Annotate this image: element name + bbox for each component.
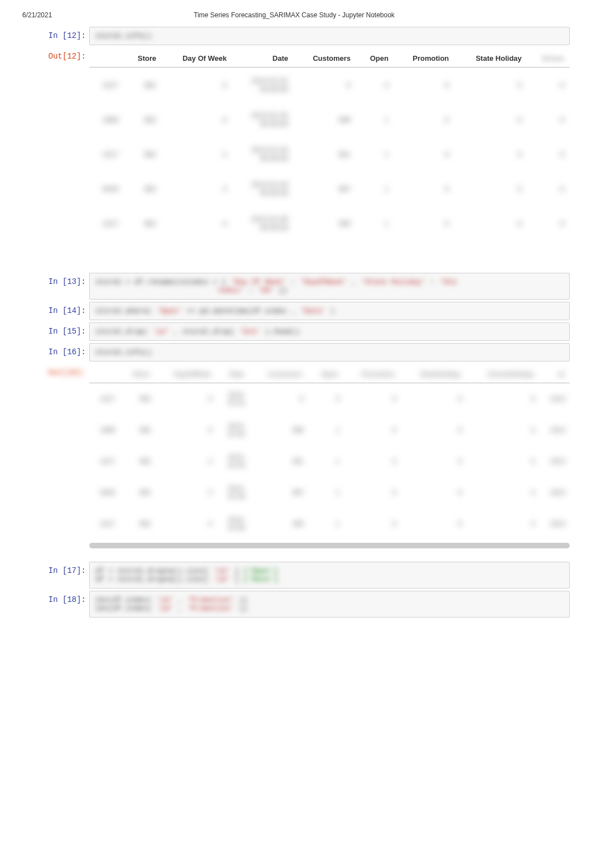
- table-cell: 0: [162, 102, 232, 137]
- table-cell: 0: [250, 383, 308, 415]
- table-cell: 1889: [89, 102, 124, 137]
- table-cell: 1: [308, 477, 344, 508]
- table-cell: 2013: [540, 508, 570, 539]
- table-cell: 0: [527, 137, 570, 171]
- table-row: 101798202013- 01-01000002013: [89, 383, 570, 415]
- table-cell: 2013: [540, 446, 570, 477]
- table-cell: 0: [527, 67, 570, 103]
- code-line: len(df.index( 'id' , 'Promotion' )): [95, 604, 564, 613]
- code-line: df = store1.dropna().iloc[ 'id' ] ['Date…: [95, 575, 564, 584]
- page-header: 6/21/2021 Time Series Forecasting_SARIMA…: [0, 0, 592, 25]
- table-cell: 465: [250, 508, 308, 539]
- table-cell: 1: [308, 508, 344, 539]
- table-cell: 2013: [540, 383, 570, 415]
- cell-in-14: In [14]: store1.where( 'Open' == pd.date…: [22, 302, 570, 320]
- table-body: 101798202013- 01-01000002013188998202013…: [89, 383, 570, 540]
- table-cell: 897: [294, 171, 356, 206]
- table-cell: 0: [454, 171, 527, 206]
- table-cell: 897: [250, 477, 308, 508]
- code-line: store1.drop( 'id' , store1.drop( 'Sch' )…: [95, 327, 564, 336]
- code-content-15[interactable]: store1.drop( 'id' , store1.drop( 'Sch' )…: [89, 322, 570, 341]
- table-cell: 1017: [89, 206, 124, 240]
- table-cell: 2: [162, 137, 232, 171]
- code-content-16[interactable]: store1.info(): [89, 343, 570, 361]
- table-body: 101798202013-01-01 00:00:000000018899820…: [89, 67, 570, 241]
- output-16: StoreDayOfWeekDateCustomersOpenPromotion…: [89, 364, 570, 560]
- column-header: [89, 366, 119, 383]
- table-cell: 4: [156, 508, 217, 539]
- table-cell: 0: [401, 477, 467, 508]
- table-cell: 9428: [89, 477, 119, 508]
- table-row: 101798222013- 01-0365110002013: [89, 446, 570, 477]
- table-cell: 0: [401, 446, 467, 477]
- table-row: 101798202013-01-01 00:00:0000000: [89, 67, 570, 103]
- code-content-17[interactable]: df = store1.dropna().iloc[ 'id' ] ['Open…: [89, 562, 570, 589]
- table-cell: 0: [344, 508, 401, 539]
- table-cell: 1017: [89, 67, 124, 103]
- table-cell: 1017: [89, 137, 124, 171]
- table-cell: 1017: [89, 508, 119, 539]
- code-content-12[interactable]: store1.info(): [89, 27, 570, 45]
- table-cell: 0: [344, 414, 401, 446]
- table-cell: 588: [294, 102, 356, 137]
- horizontal-scrollbar[interactable]: [89, 543, 570, 548]
- code-line: store1.where( 'Open' == pd.datetime(df.i…: [95, 307, 564, 315]
- table-cell: 2013-01-01 00:00:00: [232, 67, 294, 103]
- table-cell: 982: [119, 414, 155, 446]
- cell-in-13: In [13]: store1 = df.rename(columns = { …: [22, 273, 570, 300]
- code-line: store1 = df.rename(columns = { 'Day Of W…: [95, 278, 564, 286]
- table-cell: 651: [250, 446, 308, 477]
- column-header: Store: [124, 50, 162, 67]
- code-content-18[interactable]: len(df.index( 'id' , 'Promotion' )) len(…: [89, 591, 570, 618]
- table-cell: 0: [454, 137, 527, 171]
- cell-in-16: In [16]: store1.info(): [22, 343, 570, 361]
- table-cell: 2013: [540, 477, 570, 508]
- table-cell: 982: [124, 102, 162, 137]
- table-cell: 2013-01-03 00:00:00: [232, 137, 294, 171]
- table-cell: 0: [466, 508, 539, 539]
- table-cell: 9428: [89, 171, 124, 206]
- table-cell: 0: [344, 446, 401, 477]
- table-cell: 2013-01-05 00:00:00: [232, 206, 294, 240]
- prompt-in-16: In [16]:: [22, 343, 89, 356]
- column-header: Open: [308, 366, 344, 383]
- code-line: store1.info(): [95, 32, 152, 40]
- table-cell: 2013- 01-02: [216, 414, 249, 446]
- table-cell: 0: [356, 67, 394, 103]
- table-cell: 1: [356, 102, 394, 137]
- column-header: [89, 50, 124, 67]
- table-cell: 0: [394, 206, 454, 240]
- table-cell: 3: [162, 171, 232, 206]
- table-cell: 982: [124, 206, 162, 240]
- table-row: 188998202013- 01-0258810002013: [89, 414, 570, 446]
- table-cell: 651: [294, 137, 356, 171]
- cell-out-12: Out[12]: StoreDay Of WeekDateCustomersOp…: [22, 47, 570, 252]
- dataframe-table-12: StoreDay Of WeekDateCustomersOpenPromoti…: [89, 50, 570, 240]
- prompt-in-17: In [17]:: [22, 562, 89, 575]
- table-cell: 1: [356, 171, 394, 206]
- table-cell: 0: [344, 383, 401, 415]
- header-date: 6/21/2021: [22, 11, 52, 19]
- table-cell: 0: [527, 171, 570, 206]
- table-cell: 2013-01-04 00:00:00: [232, 171, 294, 206]
- table-row: 188998202013-01-02 00:00:005881000: [89, 102, 570, 137]
- column-header: State Holiday: [454, 50, 527, 67]
- code-content-14[interactable]: store1.where( 'Open' == pd.datetime(df.i…: [89, 302, 570, 320]
- output-12: StoreDay Of WeekDateCustomersOpenPromoti…: [89, 47, 570, 252]
- table-cell: 0: [454, 67, 527, 103]
- table-cell: 0: [401, 508, 467, 539]
- table-cell: 0: [156, 383, 217, 415]
- code-content-13[interactable]: store1 = df.rename(columns = { 'Day Of W…: [89, 273, 570, 300]
- table-cell: 0: [294, 67, 356, 103]
- table-cell: 2013- 01-03: [216, 446, 249, 477]
- code-line: len(df.index( 'id' , 'Promotion' )): [95, 596, 564, 604]
- table-cell: 0: [527, 102, 570, 137]
- column-header: SchoolHoliday: [466, 366, 539, 383]
- table-cell: 982: [119, 446, 155, 477]
- column-header: Date: [232, 50, 294, 67]
- cell-in-18: In [18]: len(df.index( 'id' , 'Promotion…: [22, 591, 570, 618]
- table-cell: 0: [527, 206, 570, 240]
- table-cell: 982: [119, 477, 155, 508]
- table-row: 101798242013-01-05 00:00:004651000: [89, 206, 570, 240]
- column-header: Customers: [250, 366, 308, 383]
